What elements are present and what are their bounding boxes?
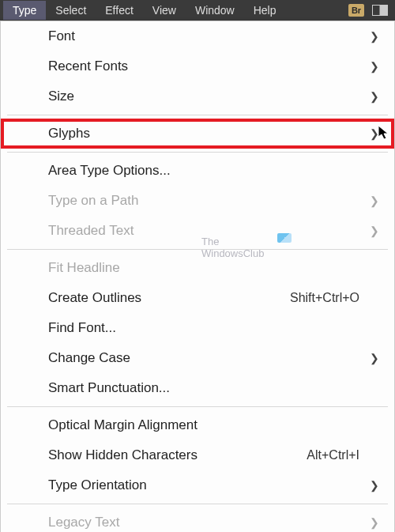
workspace-panel-icon[interactable] <box>371 2 389 19</box>
chevron-right-icon: ❯ <box>369 90 380 103</box>
menu-item-create-outlines[interactable]: Create OutlinesShift+Ctrl+O <box>1 283 394 313</box>
menu-item-area-type-options[interactable]: Area Type Options... <box>1 156 394 186</box>
bridge-icon[interactable]: Br <box>348 2 365 19</box>
menu-item-label: Legacy Text <box>48 515 369 530</box>
menu-item-fit-headline: Fit Headline <box>1 253 394 283</box>
menu-item-show-hidden-characters[interactable]: Show Hidden CharactersAlt+Ctrl+I <box>1 440 394 470</box>
menu-separator <box>7 115 388 115</box>
menu-item-label: Create Outlines <box>48 290 290 306</box>
menu-item-label: Fit Headline <box>48 260 369 276</box>
menu-item-type-on-a-path: Type on a Path❯ <box>1 186 394 216</box>
chevron-right-icon: ❯ <box>369 127 380 140</box>
menu-item-size[interactable]: Size❯ <box>1 81 394 111</box>
menu-item-label: Size <box>48 89 369 104</box>
menu-item-label: Type Orientation <box>48 477 369 493</box>
menu-item-label: Show Hidden Characters <box>48 447 307 463</box>
menu-item-label: Recent Fonts <box>48 58 369 74</box>
menu-item-find-font[interactable]: Find Font... <box>1 313 394 343</box>
menubar-item-effect[interactable]: Effect <box>96 1 143 20</box>
menu-item-label: Type on a Path <box>48 193 369 209</box>
menu-item-font[interactable]: Font❯ <box>1 21 394 51</box>
menu-separator <box>7 152 388 153</box>
menubar-item-type[interactable]: Type <box>3 1 46 20</box>
chevron-right-icon: ❯ <box>369 516 380 529</box>
menu-item-threaded-text: Threaded Text❯ <box>1 216 394 246</box>
chevron-right-icon: ❯ <box>369 60 380 73</box>
menu-item-optical-margin-alignment[interactable]: Optical Margin Alignment <box>1 410 394 440</box>
menubar-item-window[interactable]: Window <box>186 1 244 20</box>
chevron-right-icon: ❯ <box>369 479 380 492</box>
chevron-right-icon: ❯ <box>369 352 380 364</box>
menubar-item-help[interactable]: Help <box>244 1 286 20</box>
menubar-item-view[interactable]: View <box>143 1 186 20</box>
menu-item-label: Optical Margin Alignment <box>48 417 369 433</box>
menu-item-smart-punctuation[interactable]: Smart Punctuation... <box>1 373 394 403</box>
menubar: TypeSelectEffectViewWindowHelpBr <box>0 0 395 21</box>
menu-item-label: Glyphs <box>48 126 369 141</box>
menu-item-label: Font <box>48 28 369 44</box>
menu-separator <box>7 504 388 504</box>
menu-item-shortcut: Alt+Ctrl+I <box>307 448 359 462</box>
menu-separator <box>7 249 388 250</box>
chevron-right-icon: ❯ <box>369 194 380 207</box>
menu-item-label: Change Case <box>48 350 369 366</box>
menubar-item-select[interactable]: Select <box>46 1 96 20</box>
menu-item-label: Find Font... <box>48 320 369 336</box>
menu-item-shortcut: Shift+Ctrl+O <box>290 291 359 305</box>
svg-rect-2 <box>380 6 388 16</box>
type-menu-dropdown: The WindowsClub Font❯Recent Fonts❯Size❯G… <box>0 21 395 532</box>
menu-item-glyphs[interactable]: Glyphs❯ <box>1 119 394 149</box>
chevron-right-icon: ❯ <box>369 30 380 43</box>
chevron-right-icon: ❯ <box>369 224 380 237</box>
menu-item-label: Area Type Options... <box>48 163 369 179</box>
menu-item-type-orientation[interactable]: Type Orientation❯ <box>1 470 394 500</box>
menu-item-change-case[interactable]: Change Case❯ <box>1 343 394 373</box>
menu-item-legacy-text: Legacy Text❯ <box>1 507 394 532</box>
menu-item-recent-fonts[interactable]: Recent Fonts❯ <box>1 51 394 81</box>
menu-item-label: Threaded Text <box>48 223 369 239</box>
menu-item-label: Smart Punctuation... <box>48 380 369 396</box>
menu-separator <box>7 406 388 407</box>
